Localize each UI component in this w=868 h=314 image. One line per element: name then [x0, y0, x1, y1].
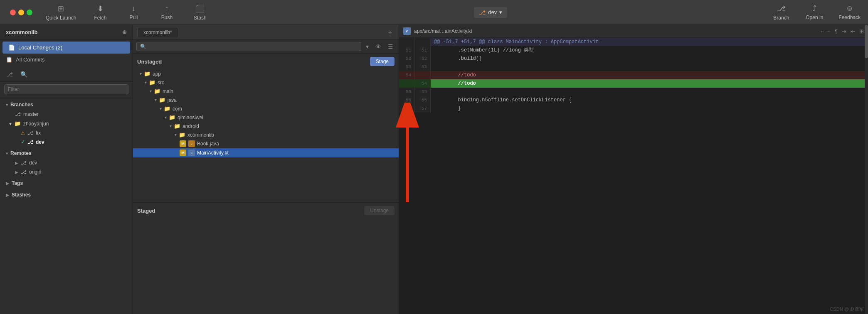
file-tree-item-book-java[interactable]: M J Book.java — [133, 139, 399, 148]
toolbar-open-in[interactable]: ⤴ Open in — [798, 2, 831, 23]
file-tree-item-qimiaosiwei[interactable]: ▾ 📁 qimiaosiwei — [133, 113, 399, 122]
tab-xcommonlib-label: xcommonlib* — [143, 29, 172, 35]
diff-icon-indent[interactable]: ⇥ — [842, 28, 846, 34]
diff-right-56: 56 — [415, 96, 431, 104]
file-tree-item-mainactivity-kt[interactable]: M K MainActivity.kt — [133, 148, 399, 157]
diff-right-52: 52 — [415, 54, 431, 63]
mainactivity-type-badge: K — [188, 150, 195, 156]
diff-line-56-nums: 56 56 — [399, 96, 431, 104]
xcommonlib-folder-label: xcommonlib — [187, 132, 214, 138]
sidebar-search-btn[interactable]: 🔍 — [18, 70, 30, 79]
sidebar-item-all-commits[interactable]: 📋 All Commits — [0, 54, 133, 66]
diff-line-51: 51 51 .setNumber(1L) //long 类型 — [399, 46, 868, 54]
diff-line-52: 52 52 .build() — [399, 54, 868, 63]
sidebar-branch-dev[interactable]: ✓ ⎇ dev — [0, 137, 133, 147]
line-num-right-header — [415, 38, 431, 46]
file-tree-item-java[interactable]: ▾ 📁 java — [133, 96, 399, 104]
sidebar-branch-icon-btn[interactable]: ⎇ — [4, 70, 15, 79]
diff-icon-outdent[interactable]: ⇤ — [851, 28, 855, 34]
diff-left-52: 52 — [399, 54, 415, 63]
stashes-section-header[interactable]: ▶ Stashes — [0, 190, 133, 200]
file-tree-item-src[interactable]: ▾ 📁 src — [133, 78, 399, 87]
maximize-button[interactable] — [27, 10, 32, 15]
eye-btn[interactable]: 👁 — [373, 42, 383, 51]
list-view-btn[interactable]: ☰ — [386, 42, 395, 51]
push-icon: ↑ — [165, 4, 169, 13]
tags-section-header[interactable]: ▶ Tags — [0, 178, 133, 188]
close-button[interactable] — [10, 10, 16, 15]
toolbar-fetch[interactable]: ⬇ Fetch — [84, 2, 117, 23]
book-java-type-badge: J — [188, 140, 195, 147]
tab-xcommonlib[interactable]: xcommonlib* — [137, 27, 178, 37]
local-changes-icon: 📄 — [8, 44, 15, 51]
diff-left-54: 54 — [399, 71, 415, 79]
toolbar-push[interactable]: ↑ Push — [150, 2, 183, 23]
diff-line-54-removed-nums: 54 — [399, 71, 431, 79]
unstage-button[interactable]: Unstage — [364, 206, 395, 215]
push-label: Push — [161, 15, 173, 20]
file-tree-item-xcommonlib-folder[interactable]: ▾ 📁 xcommonlib — [133, 130, 399, 139]
branch-master-icon: ⎇ — [15, 111, 21, 117]
stage-button[interactable]: Stage — [370, 57, 395, 66]
quick-launch-label: Quick Launch — [46, 15, 76, 21]
file-tree-item-android[interactable]: ▾ 📁 android — [133, 122, 399, 130]
remote-chevron-dev: ▶ — [15, 161, 18, 165]
sidebar-add-icon[interactable]: ⊕ — [122, 29, 127, 35]
sidebar-group-zhaoyanjun[interactable]: ▾ 📁 zhaoyanjun — [0, 119, 133, 128]
sidebar-item-local-changes[interactable]: 📄 Local Changes (2) — [2, 42, 130, 54]
toolbar-center: ⎇ dev ▾ — [217, 7, 764, 18]
diff-icon-para[interactable]: ¶ — [835, 28, 838, 34]
src-folder-icon: 📁 — [149, 79, 155, 86]
sidebar: xcommonlib ⊕ 📄 Local Changes (2) 📋 All C… — [0, 25, 133, 314]
toolbar-right: ⎇ Branch ⤴ Open in ☺ Feedback — [764, 2, 868, 23]
diff-line-57-content: } — [431, 104, 868, 113]
diff-icon-back[interactable]: ←→ — [820, 28, 831, 34]
diff-line-54-removed: 54 //todo — [399, 71, 868, 79]
src-chevron: ▾ — [145, 80, 147, 85]
collapse-all-btn[interactable]: ▾ — [364, 42, 371, 51]
sidebar-search-bar — [0, 82, 133, 97]
com-label: com — [173, 106, 182, 112]
middle-toolbar-row: ▾ 👁 ☰ — [133, 40, 399, 54]
file-tree-item-main[interactable]: ▾ 📁 main — [133, 87, 399, 96]
sidebar-actions: ⎇ 🔍 — [0, 67, 133, 82]
sidebar-tree: ▾ Branches ⎇ master ▾ 📁 zhaoyanjun ⚠ ⎇ f… — [0, 97, 133, 314]
middle-search-input[interactable] — [136, 42, 361, 51]
minimize-button[interactable] — [18, 10, 24, 15]
diff-left-56: 56 — [399, 96, 415, 104]
sidebar-branch-fix[interactable]: ⚠ ⎇ fix — [0, 128, 133, 137]
scrollbar-thumb[interactable] — [865, 25, 868, 58]
feedback-icon: ☺ — [846, 4, 853, 13]
diff-right-55: 55 — [415, 88, 431, 96]
toolbar-feedback[interactable]: ☺ Feedback — [831, 2, 868, 23]
all-commits-icon: 📋 — [6, 56, 12, 63]
branch-selector[interactable]: ⎇ dev ▾ — [474, 7, 507, 18]
local-changes-label: Local Changes (2) — [18, 44, 62, 51]
file-tree-item-com[interactable]: ▾ 📁 com — [133, 104, 399, 113]
tab-add-button[interactable]: + — [386, 28, 395, 37]
toolbar-pull[interactable]: ↓ Pull — [117, 2, 150, 23]
diff-line-54-added-nums: 54 — [399, 79, 431, 88]
remotes-section-header[interactable]: ▾ Remotes — [0, 148, 133, 158]
app-folder-icon: 📁 — [144, 71, 150, 77]
sidebar-section-tags: ▶ Tags — [0, 177, 133, 189]
group-zhaoyanjun-label: zhaoyanjun — [23, 121, 49, 127]
toolbar-quick-launch[interactable]: ⊞ Quick Launch — [38, 2, 84, 23]
com-chevron: ▾ — [160, 106, 162, 111]
branches-section-header[interactable]: ▾ Branches — [0, 100, 133, 110]
branch-icon: ⎇ — [777, 4, 786, 13]
diff-toolbar-icons: ←→ ¶ ⇥ ⇤ ⊞ — [820, 28, 864, 34]
toolbar-stash[interactable]: ⬛ Stash — [183, 2, 217, 23]
xcommonlib-folder-icon: 📁 — [179, 132, 185, 138]
sidebar-branch-master[interactable]: ⎇ master — [0, 110, 133, 119]
sidebar-filter-input[interactable] — [4, 84, 128, 94]
main-label: main — [163, 88, 173, 94]
sidebar-remote-dev[interactable]: ▶ ⎇ dev — [0, 158, 133, 167]
toolbar-branch[interactable]: ⎇ Branch — [764, 2, 798, 23]
remotes-chevron: ▾ — [6, 151, 8, 156]
diff-filename: app/src/mai…ainActivity.kt — [414, 28, 472, 34]
file-tree-item-app[interactable]: ▾ 📁 app — [133, 69, 399, 78]
sidebar-remote-origin[interactable]: ▶ ⎇ origin — [0, 167, 133, 177]
group-folder-icon: 📁 — [14, 120, 21, 127]
diff-icon-grid[interactable]: ⊞ — [859, 28, 864, 34]
